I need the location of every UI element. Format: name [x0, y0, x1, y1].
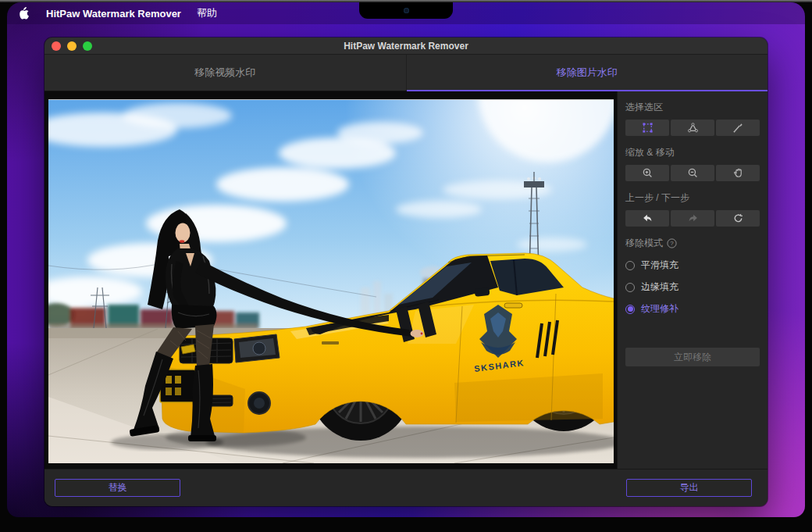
window-titlebar: HitPaw Watermark Remover [45, 37, 767, 55]
tools-sidebar: 选择选区 [617, 91, 767, 469]
mode-option-smooth-fill[interactable]: 平滑填充 [625, 259, 760, 272]
undo-button[interactable] [625, 210, 669, 227]
tab-bar: 移除视频水印 移除图片水印 [45, 55, 767, 91]
redo-button[interactable] [671, 210, 714, 227]
camera-icon [404, 8, 409, 13]
desktop: HitPaw Watermark Remover 帮助 HitPaw Water… [7, 2, 805, 517]
remove-now-button[interactable]: 立即移除 [625, 348, 760, 366]
brush-select-icon [732, 122, 744, 134]
zoom-out-button[interactable] [671, 165, 714, 181]
mode-option-texture-repair[interactable]: 纹理修补 [625, 302, 760, 316]
traffic-lights [52, 37, 92, 54]
svg-text:?: ? [670, 240, 674, 247]
hand-tool-button[interactable] [716, 165, 760, 181]
bezel-top-edge [0, 0, 812, 2]
history-section-label: 上一步 / 下一步 [625, 191, 760, 205]
hand-icon [732, 167, 744, 179]
undo-icon [642, 212, 654, 224]
minimize-button[interactable] [67, 41, 77, 51]
laptop-display: HitPaw Watermark Remover 帮助 HitPaw Water… [0, 0, 812, 532]
zoom-tool-row [625, 165, 760, 181]
tab-remove-image-watermark[interactable]: 移除图片水印 [406, 55, 768, 91]
reset-button[interactable] [716, 210, 760, 227]
window-title: HitPaw Watermark Remover [344, 41, 468, 52]
bottom-bar: 替换 导出 [45, 469, 767, 506]
redo-icon [687, 212, 699, 224]
display-notch [359, 2, 453, 19]
tab-remove-video-watermark[interactable]: 移除视频水印 [45, 55, 406, 91]
menubar-item-help[interactable]: 帮助 [197, 6, 217, 20]
brush-select-button[interactable] [716, 120, 760, 136]
polygon-select-icon [687, 122, 699, 134]
marquee-select-icon [642, 122, 654, 134]
zoom-section-label: 缩放 & 移动 [625, 146, 760, 159]
radio-selected-icon [625, 305, 635, 314]
door-handle [504, 303, 522, 308]
close-button[interactable] [52, 41, 61, 51]
fullscreen-button[interactable] [83, 41, 92, 51]
radio-icon [625, 261, 635, 270]
menubar-app-name[interactable]: HitPaw Watermark Remover [46, 8, 181, 20]
mode-option-edge-fill[interactable]: 边缘填充 [625, 280, 760, 294]
face [176, 223, 191, 243]
selection-section-label: 选择选区 [625, 101, 760, 114]
camaro-badge [322, 341, 339, 345]
loaded-photo[interactable]: SKSHARK [48, 99, 614, 462]
image-canvas: SKSHARK [45, 91, 617, 469]
history-tool-row [625, 210, 760, 227]
lips [180, 240, 185, 243]
replace-button[interactable]: 替换 [55, 479, 180, 497]
main-area: SKSHARK [45, 91, 767, 469]
polygon-select-button[interactable] [671, 120, 714, 136]
zoom-in-icon [642, 167, 654, 179]
zoom-in-button[interactable] [625, 165, 669, 181]
reset-icon [732, 212, 744, 224]
help-icon[interactable]: ? [667, 238, 677, 248]
app-window: HitPaw Watermark Remover 移除视频水印 移除图片水印 [45, 37, 767, 506]
apple-menu-icon[interactable] [20, 7, 30, 20]
zoom-out-icon [687, 167, 699, 179]
radio-icon [625, 283, 635, 292]
marquee-select-button[interactable] [625, 120, 669, 136]
export-button[interactable]: 导出 [626, 479, 752, 497]
selection-tool-row [625, 120, 760, 136]
mode-section-label: 移除模式 ? [625, 237, 760, 250]
